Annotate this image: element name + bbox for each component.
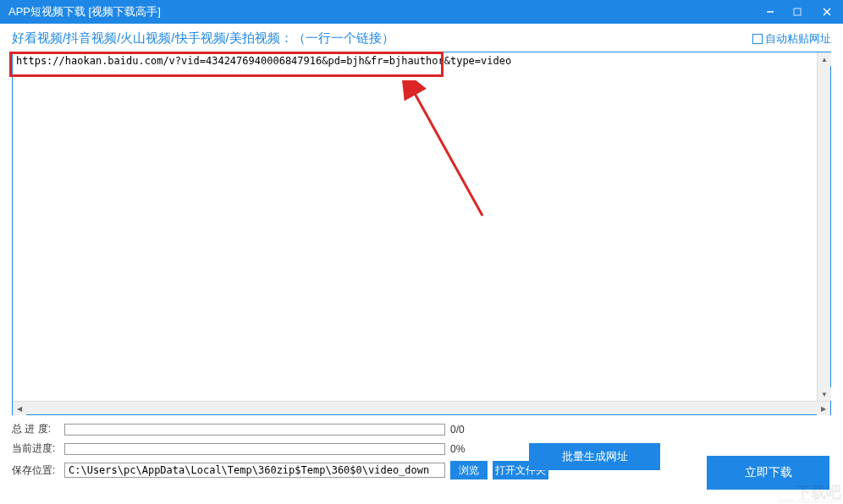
titlebar: APP短视频下载 [视频下载高手]: [0, 0, 843, 24]
total-progress-value: 0/0: [450, 424, 476, 436]
minimize-icon: [766, 8, 774, 16]
svg-rect-1: [794, 8, 801, 15]
scroll-left-icon[interactable]: ◀: [13, 402, 26, 415]
checkbox-icon: [752, 34, 763, 44]
close-button[interactable]: [811, 0, 843, 24]
maximize-icon: [793, 8, 802, 16]
header-instruction-label: 好看视频/抖音视频/火山视频/快手视频/美拍视频：（一行一个链接）: [12, 30, 394, 47]
autopaste-label: 自动粘贴网址: [765, 31, 831, 47]
window-controls: [757, 0, 843, 24]
vertical-scrollbar[interactable]: ▲ ▼: [817, 52, 830, 401]
current-progress-value: 0%: [450, 443, 476, 455]
url-textarea-container: ▲ ▼ ◀ ▶: [12, 52, 831, 415]
scroll-down-icon[interactable]: ▼: [818, 387, 831, 401]
save-location-label: 保存位置:: [12, 463, 59, 478]
close-icon: [822, 7, 832, 17]
total-progress-bar: [64, 424, 445, 436]
maximize-button[interactable]: [784, 0, 811, 24]
current-progress-bar: [64, 443, 445, 455]
window-title: APP短视频下载 [视频下载高手]: [8, 4, 161, 19]
minimize-button[interactable]: [757, 0, 784, 24]
browse-button[interactable]: 浏览: [450, 461, 488, 479]
batch-generate-button[interactable]: 批量生成网址: [529, 443, 660, 470]
autopaste-checkbox[interactable]: 自动粘贴网址: [752, 31, 831, 47]
header-row: 好看视频/抖音视频/火山视频/快手视频/美拍视频：（一行一个链接） 自动粘贴网址: [0, 24, 843, 52]
current-progress-row: 当前进度: 0%: [12, 441, 831, 456]
save-path-input[interactable]: [64, 463, 445, 478]
scroll-up-icon[interactable]: ▲: [818, 52, 831, 66]
total-progress-label: 总 进 度:: [12, 422, 59, 436]
total-progress-row: 总 进 度: 0/0: [12, 422, 831, 436]
download-button[interactable]: 立即下载: [707, 456, 829, 490]
current-progress-label: 当前进度:: [12, 441, 59, 456]
horizontal-scrollbar[interactable]: ◀ ▶: [13, 401, 830, 414]
watermark-url: www.xiazaiba.com: [779, 496, 841, 504]
url-input[interactable]: [13, 52, 817, 414]
scroll-right-icon[interactable]: ▶: [817, 402, 830, 415]
